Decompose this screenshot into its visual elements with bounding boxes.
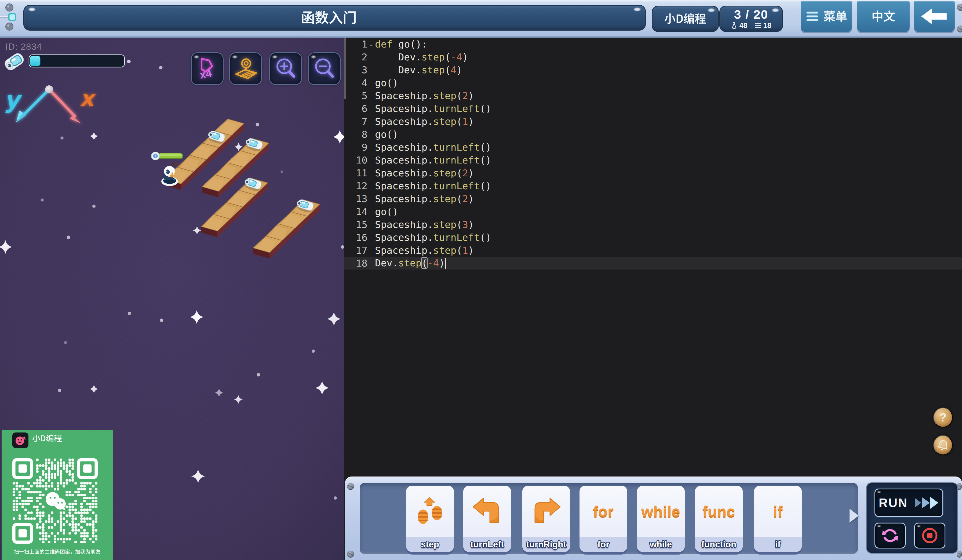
code-line-4[interactable]: 4go() <box>344 76 962 89</box>
code-text: Spaceship.step(1) <box>375 116 474 127</box>
line-number: 11 <box>344 168 368 179</box>
code-line-14[interactable]: 14go() <box>344 205 962 218</box>
run-console: RUN <box>866 483 958 554</box>
code-line-18[interactable]: 18Dev.step(-4) <box>344 257 962 270</box>
block-step-tile[interactable]: step <box>406 486 454 552</box>
code-line-13[interactable]: 13Spaceship.step(2) <box>344 192 962 205</box>
code-text: Spaceship.step(2) <box>375 168 474 179</box>
svg-text:x4: x4 <box>199 67 213 81</box>
code-text: Dev.step(-4) <box>375 257 446 269</box>
brand-button[interactable] <box>652 6 719 32</box>
bell-icon <box>937 439 949 451</box>
code-line-11[interactable]: 11Spaceship.step(2) <box>344 166 962 179</box>
line-number: 14 <box>344 206 368 217</box>
code-line-16[interactable]: 16Spaceship.turnLeft() <box>344 231 962 244</box>
line-number: 9 <box>344 142 368 153</box>
block-label-strip: for <box>579 537 627 552</box>
player-id-label: ID: 2834 <box>5 41 42 52</box>
reset-refresh-icon <box>881 527 899 544</box>
back-button[interactable] <box>914 1 955 32</box>
code-line-9[interactable]: 9Spaceship.turnLeft() <box>344 141 962 153</box>
glint <box>707 8 715 12</box>
block-label-strip: turnRight <box>522 537 570 552</box>
line-number: 15 <box>344 219 368 230</box>
menu-button-label <box>823 10 847 22</box>
level-progress-plate[interactable]: 3 / 20 48 18 <box>719 6 783 32</box>
code-text: Spaceship.turnLeft() <box>375 142 491 153</box>
stop-button[interactable] <box>914 523 945 549</box>
language-button[interactable] <box>857 1 910 32</box>
block-label-strip: turnLeft <box>463 537 511 552</box>
code-text: go() <box>375 77 398 88</box>
zoom-in-button[interactable] <box>269 52 302 85</box>
code-line-17[interactable]: 17Spaceship.step(1) <box>344 244 962 257</box>
block-function-tile[interactable]: funcfunction <box>695 486 743 552</box>
level-count: 3 / 20 <box>734 8 768 21</box>
app-root: y x <box>0 0 962 560</box>
stop-icon <box>922 527 938 544</box>
block-while-tile[interactable]: whilewhile <box>637 486 685 552</box>
while-icon: while <box>637 486 685 537</box>
code-line-12[interactable]: 12Spaceship.turnLeft() <box>344 179 962 192</box>
time-stat: 48 <box>731 21 747 30</box>
block-label-strip: if <box>754 537 802 552</box>
code-text: Dev.step(4) <box>375 65 462 76</box>
code-text: Spaceship.step(2) <box>375 90 474 101</box>
block-tray: step turnLeft turnRightforforwhilewhilef… <box>360 483 858 554</box>
turn-right-icon <box>522 486 570 537</box>
smiley-logo-icon <box>14 434 27 447</box>
speed-x4-icon: x4 <box>194 56 220 82</box>
map-button[interactable] <box>229 52 262 85</box>
wechat-logo-icon <box>46 492 66 511</box>
line-number: 17 <box>344 245 368 256</box>
code-line-15[interactable]: 15Spaceship.step(3) <box>344 218 962 231</box>
code-text: Spaceship.step(1) <box>375 245 474 256</box>
code-line-3[interactable]: 3 Dev.step(4) <box>344 63 962 76</box>
zoom-out-button[interactable] <box>308 52 341 85</box>
qr-caption <box>2 549 113 554</box>
if-icon: if <box>754 486 802 537</box>
glint <box>772 8 780 12</box>
run-button[interactable]: RUN <box>875 489 943 517</box>
block-turnLeft-tile[interactable]: turnLeft <box>463 486 511 552</box>
code-text: Spaceship.turnLeft() <box>375 232 491 243</box>
code-line-2[interactable]: 2 Dev.step(-4) <box>344 50 962 63</box>
menu-button[interactable] <box>801 1 852 32</box>
block-label-strip: while <box>637 537 685 552</box>
text-cursor <box>445 258 446 269</box>
zoom-out-icon <box>311 56 337 82</box>
code-line-10[interactable]: 10Spaceship.turnLeft() <box>344 153 962 166</box>
code-line-7[interactable]: 7Spaceship.step(1) <box>344 115 962 128</box>
qr-promo-card <box>2 430 113 560</box>
code-line-1[interactable]: 1⌄def go(): <box>344 37 962 50</box>
time-value: 48 <box>739 21 747 30</box>
reset-button[interactable] <box>875 523 906 549</box>
code-text: Spaceship.turnLeft() <box>375 155 491 166</box>
block-turnRight-tile[interactable]: turnRight <box>522 486 570 552</box>
qr-code <box>12 458 98 544</box>
block-if-tile[interactable]: ifif <box>754 486 802 552</box>
speed-x4-button[interactable]: x4 <box>191 52 224 85</box>
help-question-mark: ? <box>939 411 947 424</box>
notification-bell-button[interactable] <box>933 435 952 455</box>
level-title-plate <box>23 5 646 31</box>
level-stats: 48 18 <box>731 21 771 30</box>
line-number: 13 <box>344 193 368 204</box>
clock-icon <box>731 22 737 29</box>
screw-decoration <box>347 483 354 490</box>
block-for-tile[interactable]: forfor <box>579 486 627 552</box>
block-label: function <box>701 539 736 550</box>
line-number: 4 <box>344 77 368 88</box>
line-number: 6 <box>344 103 368 114</box>
code-text: Spaceship.turnLeft() <box>375 181 491 191</box>
fold-chevron-icon[interactable]: ⌄ <box>368 40 375 48</box>
game-scene: y x <box>0 37 345 560</box>
code-line-5[interactable]: 5Spaceship.step(2) <box>344 89 962 102</box>
tray-collapse-handle[interactable] <box>849 509 859 523</box>
for-icon: for <box>579 486 627 537</box>
map-icon <box>232 55 259 82</box>
block-toolbar: step turnLeft turnRightforforwhilewhilef… <box>345 476 962 560</box>
help-button[interactable]: ? <box>933 408 952 428</box>
code-line-8[interactable]: 8go() <box>344 128 962 141</box>
code-line-6[interactable]: 6Spaceship.turnLeft() <box>344 102 962 115</box>
